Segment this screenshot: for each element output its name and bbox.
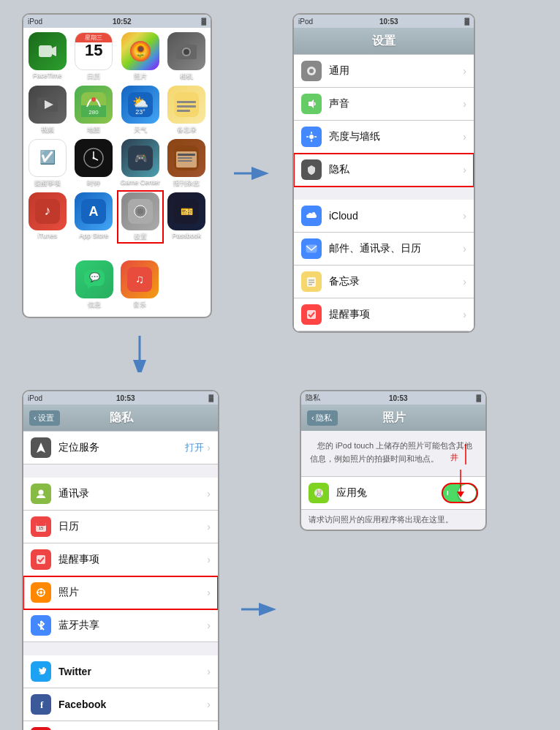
app-icon-img-camera: [167, 32, 205, 70]
home-status-right: ▓: [201, 18, 206, 25]
photos-detail-frame: 隐私 10:53 ▓ ‹ 隐私 照片 您的 iPod touch 上储存的照片可…: [300, 390, 487, 531]
app-passbook[interactable]: 🎫 Passbook: [166, 192, 208, 241]
reminders3-icon: [31, 549, 51, 570]
privacy-item-facebook[interactable]: f Facebook ›: [23, 688, 218, 721]
app-label-ns: 报刊杂志: [173, 178, 200, 188]
app-icon-img-settings: [121, 192, 159, 230]
sound-icon: [301, 94, 322, 114]
location-open-label: 打开: [185, 441, 204, 454]
svg-marker-87: [457, 492, 464, 497]
svg-rect-17: [174, 92, 199, 117]
photos-priv-chevron: ›: [207, 587, 211, 598]
svg-point-41: [137, 208, 143, 214]
app-weather[interactable]: ⛅23° 天气: [119, 86, 162, 135]
app-camera[interactable]: 相机: [166, 32, 208, 81]
app-icon-img-itunes: ♪: [29, 192, 67, 230]
app-notes[interactable]: 备忘录: [166, 86, 208, 135]
privacy-item-weibo[interactable]: 微 新浪微博 ›: [23, 721, 218, 730]
app-calendar[interactable]: 星期三 15 日历: [73, 32, 116, 81]
app-facetime[interactable]: FaceTime: [26, 32, 69, 81]
settings-item-privacy[interactable]: 隐私 ›: [294, 154, 474, 187]
app-icon-img-cal: 星期三 15: [75, 32, 113, 70]
app-settings[interactable]: 设置: [119, 192, 162, 241]
settings-item-notes2[interactable]: 备忘录 ›: [294, 266, 474, 298]
annotation-mark: 井: [450, 453, 458, 462]
dock-label-messages: 信息: [88, 300, 101, 309]
svg-text:🌻: 🌻: [132, 42, 149, 59]
app-icon-img-pb: 🎫: [167, 192, 205, 230]
app-icon-img-weather: ⛅23°: [121, 86, 159, 124]
dock-messages[interactable]: 💬 信息: [75, 260, 113, 309]
back-button-photos[interactable]: ‹ 隐私: [307, 410, 338, 426]
privacy-status-left: iPod: [28, 394, 42, 402]
page-dot-2: [115, 248, 119, 252]
annotation-arrow: [458, 444, 473, 466]
app-icon-img-clock: [75, 139, 113, 177]
app-appstore[interactable]: A App Store: [73, 192, 116, 241]
privacy-item-photos[interactable]: 照片 ›: [23, 576, 218, 609]
settings-item-icloud[interactable]: iCloud ›: [294, 200, 474, 233]
brightness-chevron: ›: [463, 131, 466, 143]
app-photos[interactable]: 🌻 照片: [119, 32, 162, 81]
app-icon-img-gc: 🎮: [121, 139, 159, 177]
svg-text:♪: ♪: [44, 203, 50, 218]
top-row: iPod 10:52 ▓ FaceTime 星期三 15: [0, 0, 560, 333]
app-icon-img: [29, 32, 67, 70]
notes2-label: 备忘录: [329, 275, 463, 288]
app-label-notes: 备忘录: [177, 125, 197, 135]
svg-text:☑️: ☑️: [39, 149, 56, 165]
app-gamecenter[interactable]: 🎮 Game Center: [119, 139, 162, 188]
settings-item-brightness[interactable]: 亮度与墙纸 ›: [294, 121, 474, 154]
app-label-maps: 地图: [87, 125, 100, 135]
svg-point-6: [183, 49, 189, 55]
weibo-icon: 微: [31, 727, 51, 730]
settings-item-mail[interactable]: 邮件、通讯录、日历 ›: [294, 233, 474, 266]
dock-music[interactable]: ♫ 音乐: [121, 260, 159, 309]
back-chevron-icon: ‹: [34, 413, 37, 422]
svg-point-52: [309, 69, 314, 73]
svg-rect-33: [178, 157, 192, 159]
settings-item-general[interactable]: 通用 ›: [294, 54, 474, 88]
arrow-right-bottom: [241, 598, 278, 620]
app-itunes[interactable]: ♪ iTunes: [26, 192, 69, 241]
privacy-item-twitter[interactable]: Twitter ›: [23, 655, 218, 688]
settings-status-bar: iPod 10:53 ▓: [294, 15, 474, 28]
svg-text:280: 280: [89, 109, 99, 116]
settings-item-sound[interactable]: 声音 ›: [294, 88, 474, 121]
settings-item-reminders2[interactable]: 提醒事项 ›: [294, 298, 474, 331]
photos-note-text: 请求访问照片的应用程序将出现在这里。: [309, 515, 453, 524]
facebook-chevron: ›: [207, 699, 211, 710]
sound-chevron: ›: [463, 98, 466, 110]
svg-text:🎫: 🎫: [181, 206, 194, 218]
privacy-item-bluetooth[interactable]: 蓝牙共享 ›: [23, 609, 218, 642]
app-icon-img-reminders: ☑️: [29, 139, 67, 177]
app-label-settings: 设置: [134, 232, 147, 241]
dock-app-music: ♫: [121, 260, 159, 298]
privacy-item-reminders3[interactable]: 提醒事项 ›: [23, 543, 218, 576]
app-label-reminders: 提醒事项: [34, 178, 61, 188]
app-videos[interactable]: 视频: [26, 86, 69, 135]
group-divider-1: [294, 187, 474, 200]
back-chevron-icon2: ‹: [311, 413, 314, 422]
brightness-label: 亮度与墙纸: [329, 130, 463, 143]
app-label-cal: 日历: [87, 72, 100, 81]
privacy-title: 隐私: [60, 410, 183, 426]
app-reminders[interactable]: ☑️ 提醒事项: [26, 139, 69, 188]
app-newsstand[interactable]: 报刊杂志: [166, 139, 208, 188]
app-label-facetime: FaceTime: [33, 72, 62, 79]
photos-priv-icon: [31, 582, 51, 603]
app-clock[interactable]: 时钟: [73, 139, 116, 188]
privacy-item-calendar[interactable]: 15 日历 ›: [23, 511, 218, 543]
settings-list: 通用 › 声音 › 亮度与墙纸 › 隐私: [294, 54, 474, 331]
svg-text:🐰: 🐰: [314, 489, 324, 498]
mail-chevron: ›: [463, 243, 466, 255]
app-maps[interactable]: 280 地图: [73, 86, 116, 135]
privacy-status-bar: iPod 10:53 ▓: [23, 391, 218, 404]
back-button-privacy[interactable]: ‹ 设置: [29, 410, 60, 426]
svg-rect-64: [307, 310, 316, 319]
page-dot-1: [107, 248, 111, 252]
privacy-item-location[interactable]: 定位服务 打开 ›: [23, 431, 218, 464]
svg-rect-72: [37, 555, 45, 564]
svg-rect-18: [177, 101, 196, 103]
privacy-item-contacts[interactable]: 通讯录 ›: [23, 478, 218, 511]
